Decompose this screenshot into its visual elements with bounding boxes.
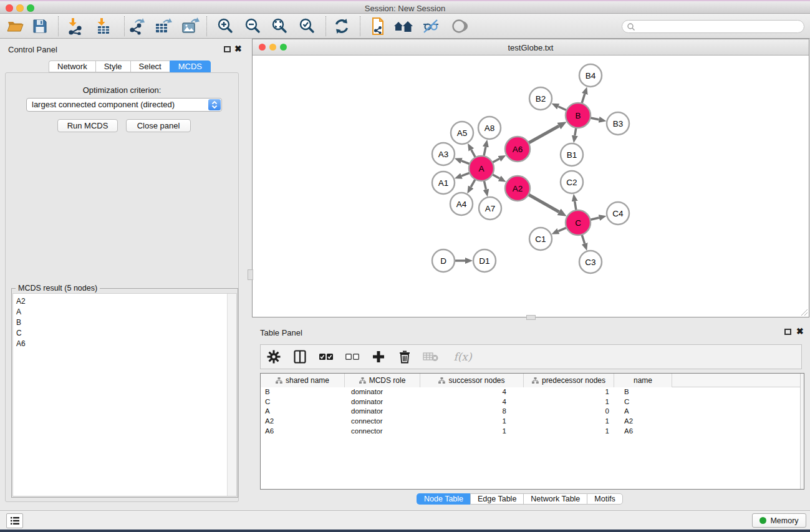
close-panel-button[interactable]: Close panel bbox=[126, 119, 191, 132]
function-builder-button[interactable]: f(x) bbox=[449, 349, 476, 365]
tab-style[interactable]: Style bbox=[95, 60, 130, 72]
table-cell[interactable]: connector bbox=[345, 427, 420, 437]
criterion-select[interactable]: largest connected component (directed) bbox=[26, 98, 222, 112]
table-cell[interactable]: 1 bbox=[524, 427, 614, 437]
table-cell[interactable]: 4 bbox=[420, 387, 524, 397]
table-cell[interactable]: 1 bbox=[524, 397, 614, 407]
table-row-a[interactable]: Adominator80A bbox=[261, 407, 804, 417]
table-row-b[interactable]: Bdominator41B bbox=[261, 387, 804, 397]
delete-column-button[interactable] bbox=[397, 349, 413, 365]
network-from-file-button[interactable] bbox=[367, 16, 388, 37]
tab-network-table[interactable]: Network Table bbox=[523, 493, 587, 505]
zoom-fit-button[interactable] bbox=[269, 16, 290, 37]
close-panel-icon[interactable]: ✖ bbox=[796, 328, 804, 334]
open-session-button[interactable] bbox=[5, 16, 26, 37]
table-cell[interactable]: A2 bbox=[614, 417, 672, 427]
table-cell[interactable]: A2 bbox=[261, 417, 345, 427]
table-cell[interactable]: dominator bbox=[345, 407, 420, 417]
table-cell[interactable]: 0 bbox=[524, 407, 614, 417]
deselect-all-button[interactable] bbox=[344, 349, 360, 365]
table-cell[interactable]: A bbox=[261, 407, 345, 417]
delete-table-button[interactable] bbox=[423, 349, 439, 365]
result-item-b[interactable]: B bbox=[13, 317, 236, 327]
import-table-icon bbox=[95, 17, 112, 35]
result-item-a6[interactable]: A6 bbox=[13, 338, 236, 349]
table-cell[interactable]: A bbox=[614, 407, 672, 417]
window-resize-grip[interactable] bbox=[801, 309, 808, 316]
home-button[interactable] bbox=[393, 16, 414, 37]
table-cell[interactable]: A6 bbox=[261, 427, 345, 437]
table-row-a6[interactable]: A6connector11A6 bbox=[261, 427, 804, 437]
table-cell[interactable]: 4 bbox=[420, 397, 524, 407]
table-cell[interactable]: connector bbox=[345, 417, 420, 427]
network-canvas[interactable]: AA1A2A3A4A5A6A7A8BB1B2B3B4CC1C2C3C4DD1 bbox=[253, 56, 809, 317]
table-cell[interactable]: 1 bbox=[420, 427, 524, 437]
refresh-button[interactable] bbox=[331, 16, 352, 37]
float-panel-icon[interactable] bbox=[784, 329, 791, 335]
attribute-tree-icon bbox=[276, 377, 282, 384]
table-row-a2[interactable]: A2connector11A2 bbox=[261, 417, 804, 427]
column-header-shared-name[interactable]: shared name bbox=[261, 374, 345, 387]
column-header-label: predecessor nodes bbox=[542, 376, 605, 385]
attribute-tree-icon bbox=[532, 377, 539, 384]
column-header-MCDS-role[interactable]: MCDS role bbox=[345, 374, 420, 387]
import-network-button[interactable] bbox=[64, 16, 85, 37]
table-body: Bdominator41BCdominator41CAdominator80AA… bbox=[261, 387, 804, 436]
table-cell[interactable]: B bbox=[261, 387, 345, 397]
gear-button[interactable] bbox=[266, 349, 282, 365]
table-cell[interactable]: 8 bbox=[420, 407, 524, 417]
home-icon bbox=[393, 18, 413, 34]
memory-button[interactable]: Memory bbox=[752, 513, 806, 528]
search-input[interactable] bbox=[635, 22, 804, 32]
table-cell[interactable]: C bbox=[614, 397, 672, 407]
tab-node-table[interactable]: Node Table bbox=[417, 493, 470, 505]
column-panel-button[interactable] bbox=[292, 349, 308, 365]
save-session-icon bbox=[32, 18, 48, 34]
table-scrollbar[interactable] bbox=[800, 374, 804, 489]
result-item-a[interactable]: A bbox=[13, 306, 236, 317]
table-panel-tabs: Node TableEdge TableNetwork TableMotifs bbox=[417, 493, 623, 505]
network-from-file-icon bbox=[369, 17, 387, 36]
add-column-button[interactable] bbox=[370, 349, 387, 365]
table-cell[interactable]: dominator bbox=[345, 397, 420, 407]
search-field[interactable] bbox=[622, 20, 804, 33]
table-cell[interactable]: dominator bbox=[345, 387, 420, 397]
splitter-handle[interactable] bbox=[526, 315, 536, 320]
node-table[interactable]: shared nameMCDS rolesuccessor nodesprede… bbox=[260, 373, 804, 490]
splitter-handle[interactable] bbox=[248, 269, 253, 280]
column-header-predecessor-nodes[interactable]: predecessor nodes bbox=[524, 374, 614, 387]
mcds-result-list[interactable]: A2ABCA6 bbox=[12, 293, 237, 496]
tab-edge-table[interactable]: Edge Table bbox=[470, 493, 523, 505]
export-table-button[interactable] bbox=[153, 16, 174, 37]
result-item-a2[interactable]: A2 bbox=[13, 296, 236, 306]
tab-select[interactable]: Select bbox=[130, 60, 170, 72]
column-header-name[interactable]: name bbox=[614, 374, 672, 387]
zoom-out-button[interactable] bbox=[242, 16, 263, 37]
task-history-button[interactable] bbox=[6, 513, 23, 528]
table-cell[interactable]: C bbox=[261, 397, 345, 407]
close-panel-icon[interactable]: ✖ bbox=[234, 46, 242, 52]
show-graphics-details-button[interactable] bbox=[448, 16, 470, 37]
tab-mcds[interactable]: MCDS bbox=[170, 60, 211, 72]
table-cell[interactable]: A6 bbox=[614, 427, 672, 437]
tab-network[interactable]: Network bbox=[49, 60, 95, 72]
table-cell[interactable]: 1 bbox=[524, 387, 614, 397]
result-list-scrollbar[interactable] bbox=[227, 294, 236, 496]
select-all-button[interactable] bbox=[318, 349, 334, 365]
zoom-in-button[interactable] bbox=[215, 16, 236, 37]
table-cell[interactable]: 1 bbox=[524, 417, 614, 427]
tab-motifs[interactable]: Motifs bbox=[587, 493, 622, 505]
zoom-selected-button[interactable] bbox=[296, 16, 317, 37]
table-cell[interactable]: B bbox=[614, 387, 672, 397]
result-item-c[interactable]: C bbox=[13, 327, 236, 338]
save-session-button[interactable] bbox=[29, 16, 51, 37]
table-cell[interactable]: 1 bbox=[420, 417, 524, 427]
column-header-successor-nodes[interactable]: successor nodes bbox=[420, 374, 524, 387]
float-panel-icon[interactable] bbox=[224, 46, 231, 52]
import-table-button[interactable] bbox=[93, 16, 114, 37]
table-row-c[interactable]: Cdominator41C bbox=[261, 397, 804, 407]
export-image-button[interactable] bbox=[180, 16, 201, 37]
hide-graphics-details-button[interactable] bbox=[420, 16, 441, 37]
export-network-button[interactable] bbox=[127, 16, 148, 37]
run-mcds-button[interactable]: Run MCDS bbox=[57, 119, 118, 132]
